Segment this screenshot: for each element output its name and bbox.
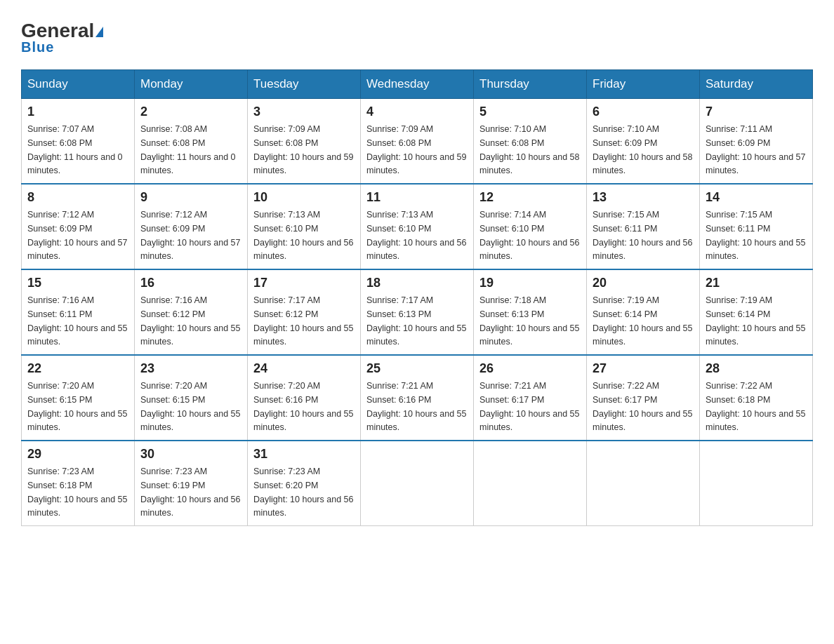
day-info: Sunrise: 7:08 AMSunset: 6:08 PMDaylight:… bbox=[140, 124, 236, 175]
day-number: 2 bbox=[140, 105, 241, 119]
day-number: 7 bbox=[706, 105, 807, 119]
day-info: Sunrise: 7:11 AMSunset: 6:09 PMDaylight:… bbox=[706, 124, 805, 175]
day-number: 19 bbox=[479, 276, 581, 290]
calendar-day-cell bbox=[474, 441, 587, 526]
day-number: 13 bbox=[593, 190, 694, 205]
day-number: 31 bbox=[253, 447, 355, 462]
day-number: 29 bbox=[27, 447, 128, 462]
day-number: 25 bbox=[366, 361, 468, 376]
day-info: Sunrise: 7:23 AMSunset: 6:19 PMDaylight:… bbox=[140, 467, 240, 518]
calendar-week-row: 15 Sunrise: 7:16 AMSunset: 6:11 PMDaylig… bbox=[22, 269, 813, 355]
day-info: Sunrise: 7:18 AMSunset: 6:13 PMDaylight:… bbox=[479, 295, 579, 347]
day-of-week-header: Saturday bbox=[700, 70, 813, 99]
day-number: 11 bbox=[366, 190, 468, 205]
day-info: Sunrise: 7:20 AMSunset: 6:16 PMDaylight:… bbox=[253, 381, 353, 432]
day-number: 6 bbox=[593, 105, 694, 119]
day-info: Sunrise: 7:15 AMSunset: 6:11 PMDaylight:… bbox=[706, 210, 805, 261]
calendar-day-cell: 27 Sunrise: 7:22 AMSunset: 6:17 PMDaylig… bbox=[587, 355, 700, 441]
day-info: Sunrise: 7:17 AMSunset: 6:13 PMDaylight:… bbox=[366, 295, 466, 347]
day-info: Sunrise: 7:14 AMSunset: 6:10 PMDaylight:… bbox=[479, 210, 579, 261]
day-number: 26 bbox=[479, 361, 581, 376]
day-info: Sunrise: 7:12 AMSunset: 6:09 PMDaylight:… bbox=[140, 210, 240, 261]
day-info: Sunrise: 7:21 AMSunset: 6:16 PMDaylight:… bbox=[366, 381, 466, 432]
day-number: 8 bbox=[27, 190, 128, 205]
calendar-week-row: 1 Sunrise: 7:07 AMSunset: 6:08 PMDayligh… bbox=[22, 99, 813, 185]
calendar-day-cell: 5 Sunrise: 7:10 AMSunset: 6:08 PMDayligh… bbox=[474, 99, 587, 185]
calendar-day-cell: 31 Sunrise: 7:23 AMSunset: 6:20 PMDaylig… bbox=[248, 441, 361, 526]
calendar-day-cell: 30 Sunrise: 7:23 AMSunset: 6:19 PMDaylig… bbox=[135, 441, 248, 526]
day-number: 27 bbox=[593, 361, 694, 376]
calendar-day-cell: 4 Sunrise: 7:09 AMSunset: 6:08 PMDayligh… bbox=[361, 99, 474, 185]
day-info: Sunrise: 7:09 AMSunset: 6:08 PMDaylight:… bbox=[366, 124, 466, 175]
day-info: Sunrise: 7:12 AMSunset: 6:09 PMDaylight:… bbox=[27, 210, 127, 261]
calendar-header-row: SundayMondayTuesdayWednesdayThursdayFrid… bbox=[22, 70, 813, 99]
day-number: 4 bbox=[366, 105, 468, 119]
day-of-week-header: Friday bbox=[587, 70, 700, 99]
calendar-table: SundayMondayTuesdayWednesdayThursdayFrid… bbox=[21, 69, 813, 526]
calendar-day-cell: 20 Sunrise: 7:19 AMSunset: 6:14 PMDaylig… bbox=[587, 269, 700, 355]
day-number: 5 bbox=[479, 105, 581, 119]
day-number: 1 bbox=[27, 105, 128, 119]
day-info: Sunrise: 7:13 AMSunset: 6:10 PMDaylight:… bbox=[253, 210, 353, 261]
day-info: Sunrise: 7:20 AMSunset: 6:15 PMDaylight:… bbox=[27, 381, 127, 432]
day-info: Sunrise: 7:21 AMSunset: 6:17 PMDaylight:… bbox=[479, 381, 579, 432]
logo-blue-text: Blue bbox=[21, 39, 54, 55]
calendar-day-cell: 21 Sunrise: 7:19 AMSunset: 6:14 PMDaylig… bbox=[700, 269, 813, 355]
day-info: Sunrise: 7:19 AMSunset: 6:14 PMDaylight:… bbox=[706, 295, 805, 347]
calendar-week-row: 29 Sunrise: 7:23 AMSunset: 6:18 PMDaylig… bbox=[22, 441, 813, 526]
calendar-day-cell: 19 Sunrise: 7:18 AMSunset: 6:13 PMDaylig… bbox=[474, 269, 587, 355]
calendar-week-row: 8 Sunrise: 7:12 AMSunset: 6:09 PMDayligh… bbox=[22, 184, 813, 269]
calendar-day-cell: 12 Sunrise: 7:14 AMSunset: 6:10 PMDaylig… bbox=[474, 184, 587, 269]
calendar-day-cell: 17 Sunrise: 7:17 AMSunset: 6:12 PMDaylig… bbox=[248, 269, 361, 355]
day-number: 24 bbox=[253, 361, 355, 376]
calendar-day-cell: 6 Sunrise: 7:10 AMSunset: 6:09 PMDayligh… bbox=[587, 99, 700, 185]
day-of-week-header: Sunday bbox=[22, 70, 135, 99]
calendar-day-cell: 22 Sunrise: 7:20 AMSunset: 6:15 PMDaylig… bbox=[22, 355, 135, 441]
day-number: 22 bbox=[27, 361, 128, 376]
calendar-day-cell: 9 Sunrise: 7:12 AMSunset: 6:09 PMDayligh… bbox=[135, 184, 248, 269]
calendar-day-cell: 25 Sunrise: 7:21 AMSunset: 6:16 PMDaylig… bbox=[361, 355, 474, 441]
day-number: 21 bbox=[706, 276, 807, 290]
day-info: Sunrise: 7:09 AMSunset: 6:08 PMDaylight:… bbox=[253, 124, 353, 175]
calendar-day-cell: 1 Sunrise: 7:07 AMSunset: 6:08 PMDayligh… bbox=[22, 99, 135, 185]
logo-text: General bbox=[21, 21, 103, 41]
day-number: 20 bbox=[593, 276, 694, 290]
day-number: 10 bbox=[253, 190, 355, 205]
calendar-day-cell: 23 Sunrise: 7:20 AMSunset: 6:15 PMDaylig… bbox=[135, 355, 248, 441]
day-info: Sunrise: 7:23 AMSunset: 6:20 PMDaylight:… bbox=[253, 467, 353, 518]
calendar-day-cell bbox=[361, 441, 474, 526]
calendar-week-row: 22 Sunrise: 7:20 AMSunset: 6:15 PMDaylig… bbox=[22, 355, 813, 441]
calendar-day-cell: 14 Sunrise: 7:15 AMSunset: 6:11 PMDaylig… bbox=[700, 184, 813, 269]
day-of-week-header: Thursday bbox=[474, 70, 587, 99]
day-info: Sunrise: 7:07 AMSunset: 6:08 PMDaylight:… bbox=[27, 124, 123, 175]
day-info: Sunrise: 7:19 AMSunset: 6:14 PMDaylight:… bbox=[593, 295, 692, 347]
day-number: 30 bbox=[140, 447, 241, 462]
day-number: 3 bbox=[253, 105, 355, 119]
day-of-week-header: Tuesday bbox=[248, 70, 361, 99]
calendar-day-cell: 3 Sunrise: 7:09 AMSunset: 6:08 PMDayligh… bbox=[248, 99, 361, 185]
day-info: Sunrise: 7:22 AMSunset: 6:18 PMDaylight:… bbox=[706, 381, 805, 432]
day-number: 14 bbox=[706, 190, 807, 205]
day-info: Sunrise: 7:16 AMSunset: 6:11 PMDaylight:… bbox=[27, 295, 127, 347]
calendar-day-cell bbox=[700, 441, 813, 526]
day-info: Sunrise: 7:23 AMSunset: 6:18 PMDaylight:… bbox=[27, 467, 127, 518]
calendar-day-cell: 15 Sunrise: 7:16 AMSunset: 6:11 PMDaylig… bbox=[22, 269, 135, 355]
calendar-day-cell: 8 Sunrise: 7:12 AMSunset: 6:09 PMDayligh… bbox=[22, 184, 135, 269]
day-number: 15 bbox=[27, 276, 128, 290]
day-of-week-header: Monday bbox=[135, 70, 248, 99]
calendar-day-cell: 26 Sunrise: 7:21 AMSunset: 6:17 PMDaylig… bbox=[474, 355, 587, 441]
calendar-day-cell: 2 Sunrise: 7:08 AMSunset: 6:08 PMDayligh… bbox=[135, 99, 248, 185]
calendar-day-cell: 24 Sunrise: 7:20 AMSunset: 6:16 PMDaylig… bbox=[248, 355, 361, 441]
calendar-day-cell bbox=[587, 441, 700, 526]
day-info: Sunrise: 7:22 AMSunset: 6:17 PMDaylight:… bbox=[593, 381, 692, 432]
day-number: 17 bbox=[253, 276, 355, 290]
day-info: Sunrise: 7:13 AMSunset: 6:10 PMDaylight:… bbox=[366, 210, 466, 261]
calendar-day-cell: 13 Sunrise: 7:15 AMSunset: 6:11 PMDaylig… bbox=[587, 184, 700, 269]
day-number: 9 bbox=[140, 190, 241, 205]
calendar-day-cell: 18 Sunrise: 7:17 AMSunset: 6:13 PMDaylig… bbox=[361, 269, 474, 355]
day-info: Sunrise: 7:10 AMSunset: 6:09 PMDaylight:… bbox=[593, 124, 692, 175]
calendar-day-cell: 29 Sunrise: 7:23 AMSunset: 6:18 PMDaylig… bbox=[22, 441, 135, 526]
day-info: Sunrise: 7:17 AMSunset: 6:12 PMDaylight:… bbox=[253, 295, 353, 347]
day-info: Sunrise: 7:10 AMSunset: 6:08 PMDaylight:… bbox=[479, 124, 579, 175]
day-number: 23 bbox=[140, 361, 241, 376]
